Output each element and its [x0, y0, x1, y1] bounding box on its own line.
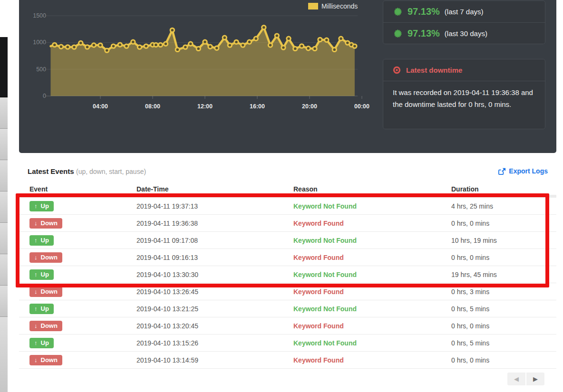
event-duration: 0 hrs, 0 mins: [451, 254, 556, 261]
monitor-rail-item[interactable]: [0, 254, 8, 286]
uptime-burst-icon: [394, 29, 402, 38]
event-datetime: 2019-04-10 13:26:45: [136, 288, 293, 296]
monitor-rail-item[interactable]: [0, 160, 8, 191]
event-badge-down: ↓Down: [29, 252, 62, 263]
svg-text:04:00: 04:00: [93, 103, 108, 110]
event-duration: 0 hrs, 0 mins: [451, 322, 556, 330]
monitor-rail-item[interactable]: [0, 97, 8, 129]
event-badge-up: ↑Up: [29, 201, 54, 211]
monitor-rail-item[interactable]: [0, 317, 8, 392]
monitor-rail-item[interactable]: [0, 223, 8, 254]
event-row: ↑Up2019-04-10 13:21:25Keyword Not Found0…: [19, 300, 556, 317]
event-datetime: 2019-04-11 09:16:13: [136, 254, 293, 261]
event-badge-down: ↓Down: [29, 218, 62, 229]
pagination: ◀ ▶: [507, 373, 544, 385]
event-badge-up: ↑Up: [29, 269, 54, 280]
up-arrow-icon: ↑: [34, 237, 38, 244]
col-header-event: Event: [29, 185, 136, 193]
pagination-next-button[interactable]: ▶: [526, 373, 544, 385]
col-header-duration: Duration: [451, 185, 556, 193]
col-header-datetime: Date-Time: [136, 185, 293, 193]
latest-downtime-header: Latest downtime: [383, 59, 545, 81]
up-arrow-icon: ↑: [34, 305, 38, 312]
export-logs-button[interactable]: Export Logs: [498, 167, 548, 175]
monitor-rail-item-selected[interactable]: [0, 37, 8, 97]
event-row: ↓Down2019-04-11 19:36:38Keyword Found0 h…: [19, 215, 556, 232]
event-badge-down: ↓Down: [29, 287, 62, 297]
event-reason: Keyword Found: [293, 254, 451, 261]
latest-events-header: Latest Events (up, down, start, pause) E…: [28, 167, 548, 178]
event-datetime: 2019-04-10 13:14:59: [136, 356, 293, 364]
event-row: ↑Up2019-04-10 13:30:30Keyword Not Found1…: [19, 266, 556, 283]
col-header-reason: Reason: [293, 185, 451, 193]
svg-text:12:00: 12:00: [197, 103, 213, 110]
event-row: ↑Up2019-04-10 13:15:26Keyword Not Found0…: [19, 335, 556, 352]
event-badge-up: ↑Up: [29, 235, 54, 246]
event-reason: Keyword Not Found: [293, 271, 451, 278]
events-table: Event Date-Time Reason Duration ↑Up2019-…: [19, 183, 556, 369]
event-badge-up: ↑Up: [29, 338, 54, 348]
event-row: ↓Down2019-04-11 09:16:13Keyword Found0 h…: [19, 249, 556, 266]
event-duration: 0 hrs, 3 mins: [451, 288, 556, 296]
event-duration: 0 hrs, 5 mins: [451, 305, 556, 313]
latest-events-subtitle: (up, down, start, pause): [76, 168, 146, 175]
export-icon: [498, 168, 506, 175]
uptime-period-30days: (last 30 days): [445, 29, 487, 38]
monitor-rail-item[interactable]: [0, 286, 8, 317]
event-row: ↓Down2019-04-10 13:26:45Keyword Found0 h…: [19, 283, 556, 300]
event-datetime: 2019-04-10 13:20:45: [136, 322, 293, 330]
down-arrow-icon: ↓: [34, 220, 38, 227]
legend-swatch-milliseconds: [308, 3, 318, 10]
latest-downtime-card: Latest downtime It was recorded on 2019-…: [383, 59, 545, 129]
uptime-period-7days: (last 7 days): [445, 8, 484, 16]
event-duration: 0 hrs, 0 mins: [451, 356, 556, 364]
svg-text:1500: 1500: [33, 12, 46, 19]
pagination-prev-button[interactable]: ◀: [507, 373, 525, 385]
svg-text:08:00: 08:00: [145, 103, 160, 110]
monitor-rail-item[interactable]: [0, 129, 8, 160]
svg-text:1000: 1000: [33, 39, 46, 46]
monitor-list-rail: [0, 0, 8, 392]
svg-text:16:00: 16:00: [250, 103, 265, 110]
down-arrow-icon: ↓: [34, 254, 38, 261]
svg-text:0: 0: [43, 93, 46, 99]
record-dot-icon: [393, 66, 401, 74]
monitor-rail-item[interactable]: [0, 191, 8, 223]
event-duration: 0 hrs, 5 mins: [451, 339, 556, 347]
down-arrow-icon: ↓: [34, 322, 38, 329]
uptime-pct-30days: 97.13%: [408, 28, 440, 39]
events-table-header: Event Date-Time Reason Duration: [19, 183, 556, 198]
event-duration: 10 hrs, 19 mins: [451, 237, 556, 244]
latest-events-title: Latest Events: [28, 167, 74, 175]
up-arrow-icon: ↑: [34, 271, 38, 278]
event-reason: Keyword Found: [293, 288, 451, 296]
event-row: ↑Up2019-04-11 19:37:13Keyword Not Found4…: [19, 198, 556, 215]
monitor-detail-panel: 05001000150004:0008:0012:0016:0020:0000:…: [19, 0, 556, 153]
event-datetime: 2019-04-10 13:21:25: [136, 305, 293, 313]
next-arrow-icon: ▶: [533, 375, 538, 382]
svg-text:500: 500: [36, 66, 46, 73]
event-badge-up: ↑Up: [29, 304, 54, 314]
event-badge-down: ↓Down: [29, 355, 62, 365]
uptime-pct-7days: 97.13%: [408, 6, 440, 17]
latest-downtime-text: It was recorded on 2019-04-11 19:36:38 a…: [383, 81, 545, 110]
event-datetime: 2019-04-11 19:37:13: [136, 202, 293, 210]
events-table-body: ↑Up2019-04-11 19:37:13Keyword Not Found4…: [19, 198, 556, 369]
event-duration: 19 hrs, 45 mins: [451, 271, 556, 278]
event-duration: 0 hrs, 0 mins: [451, 220, 556, 227]
event-datetime: 2019-04-11 19:36:38: [136, 220, 293, 227]
event-badge-down: ↓Down: [29, 321, 62, 331]
event-row: ↓Down2019-04-10 13:20:45Keyword Found0 h…: [19, 317, 556, 335]
down-arrow-icon: ↓: [34, 288, 38, 295]
up-arrow-icon: ↑: [34, 339, 38, 346]
event-datetime: 2019-04-10 13:15:26: [136, 339, 293, 347]
up-arrow-icon: ↑: [34, 202, 38, 210]
svg-text:20:00: 20:00: [302, 103, 317, 110]
legend-label: Milliseconds: [321, 2, 358, 10]
event-reason: Keyword Found: [293, 220, 451, 227]
response-time-chart[interactable]: 05001000150004:0008:0012:0016:0020:0000:…: [19, 0, 390, 119]
event-datetime: 2019-04-11 09:17:08: [136, 237, 293, 244]
uptime-row-30days: 97.13% (last 30 days): [383, 22, 545, 44]
svg-text:00:00: 00:00: [354, 103, 369, 110]
event-row: ↓Down2019-04-10 13:14:59Keyword Found0 h…: [19, 352, 556, 369]
